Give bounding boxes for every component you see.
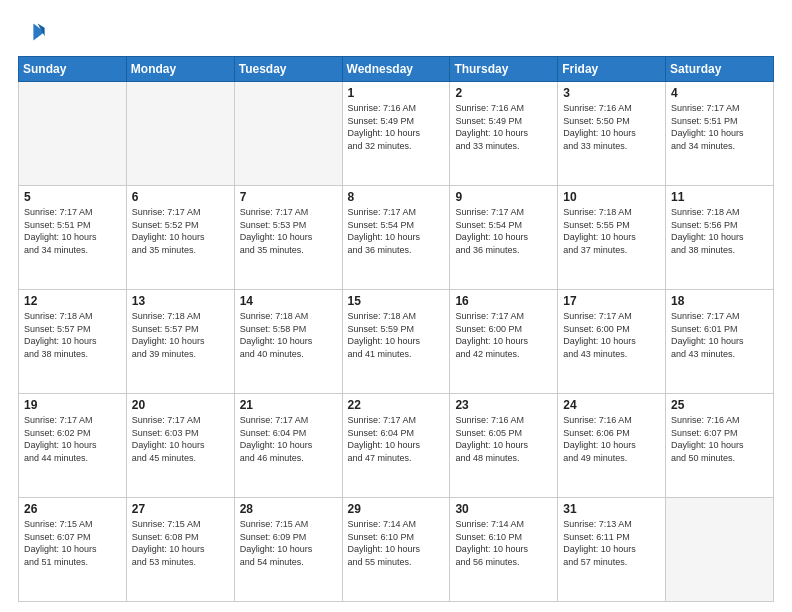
col-header-friday: Friday: [558, 57, 666, 82]
calendar-cell: 3Sunrise: 7:16 AMSunset: 5:50 PMDaylight…: [558, 82, 666, 186]
day-number: 22: [348, 398, 445, 412]
logo: [18, 18, 50, 46]
calendar-cell: 25Sunrise: 7:16 AMSunset: 6:07 PMDayligh…: [666, 394, 774, 498]
calendar-cell: 18Sunrise: 7:17 AMSunset: 6:01 PMDayligh…: [666, 290, 774, 394]
calendar-cell: 26Sunrise: 7:15 AMSunset: 6:07 PMDayligh…: [19, 498, 127, 602]
calendar-cell: 27Sunrise: 7:15 AMSunset: 6:08 PMDayligh…: [126, 498, 234, 602]
calendar-cell: 1Sunrise: 7:16 AMSunset: 5:49 PMDaylight…: [342, 82, 450, 186]
cell-info: Sunrise: 7:14 AMSunset: 6:10 PMDaylight:…: [348, 518, 445, 568]
day-number: 16: [455, 294, 552, 308]
calendar-cell: [126, 82, 234, 186]
cell-info: Sunrise: 7:18 AMSunset: 5:55 PMDaylight:…: [563, 206, 660, 256]
cell-info: Sunrise: 7:16 AMSunset: 6:07 PMDaylight:…: [671, 414, 768, 464]
header: [18, 18, 774, 46]
day-number: 24: [563, 398, 660, 412]
week-row-2: 5Sunrise: 7:17 AMSunset: 5:51 PMDaylight…: [19, 186, 774, 290]
cell-info: Sunrise: 7:17 AMSunset: 5:51 PMDaylight:…: [24, 206, 121, 256]
cell-info: Sunrise: 7:17 AMSunset: 5:54 PMDaylight:…: [348, 206, 445, 256]
day-number: 23: [455, 398, 552, 412]
cell-info: Sunrise: 7:18 AMSunset: 5:58 PMDaylight:…: [240, 310, 337, 360]
cell-info: Sunrise: 7:15 AMSunset: 6:08 PMDaylight:…: [132, 518, 229, 568]
day-number: 15: [348, 294, 445, 308]
calendar-cell: 23Sunrise: 7:16 AMSunset: 6:05 PMDayligh…: [450, 394, 558, 498]
calendar-cell: 11Sunrise: 7:18 AMSunset: 5:56 PMDayligh…: [666, 186, 774, 290]
day-number: 21: [240, 398, 337, 412]
calendar-cell: 24Sunrise: 7:16 AMSunset: 6:06 PMDayligh…: [558, 394, 666, 498]
calendar-cell: 4Sunrise: 7:17 AMSunset: 5:51 PMDaylight…: [666, 82, 774, 186]
week-row-3: 12Sunrise: 7:18 AMSunset: 5:57 PMDayligh…: [19, 290, 774, 394]
day-number: 3: [563, 86, 660, 100]
col-header-thursday: Thursday: [450, 57, 558, 82]
day-number: 11: [671, 190, 768, 204]
calendar-cell: 14Sunrise: 7:18 AMSunset: 5:58 PMDayligh…: [234, 290, 342, 394]
cell-info: Sunrise: 7:16 AMSunset: 5:50 PMDaylight:…: [563, 102, 660, 152]
calendar-cell: 2Sunrise: 7:16 AMSunset: 5:49 PMDaylight…: [450, 82, 558, 186]
cell-info: Sunrise: 7:17 AMSunset: 5:54 PMDaylight:…: [455, 206, 552, 256]
cell-info: Sunrise: 7:17 AMSunset: 6:04 PMDaylight:…: [348, 414, 445, 464]
cell-info: Sunrise: 7:16 AMSunset: 6:06 PMDaylight:…: [563, 414, 660, 464]
day-number: 6: [132, 190, 229, 204]
calendar-cell: 13Sunrise: 7:18 AMSunset: 5:57 PMDayligh…: [126, 290, 234, 394]
cell-info: Sunrise: 7:16 AMSunset: 6:05 PMDaylight:…: [455, 414, 552, 464]
cell-info: Sunrise: 7:18 AMSunset: 5:57 PMDaylight:…: [132, 310, 229, 360]
cell-info: Sunrise: 7:17 AMSunset: 5:51 PMDaylight:…: [671, 102, 768, 152]
day-number: 5: [24, 190, 121, 204]
day-number: 19: [24, 398, 121, 412]
cell-info: Sunrise: 7:17 AMSunset: 6:00 PMDaylight:…: [455, 310, 552, 360]
calendar-cell: 20Sunrise: 7:17 AMSunset: 6:03 PMDayligh…: [126, 394, 234, 498]
calendar-cell: 22Sunrise: 7:17 AMSunset: 6:04 PMDayligh…: [342, 394, 450, 498]
day-number: 10: [563, 190, 660, 204]
day-number: 26: [24, 502, 121, 516]
calendar-cell: 8Sunrise: 7:17 AMSunset: 5:54 PMDaylight…: [342, 186, 450, 290]
calendar-table: SundayMondayTuesdayWednesdayThursdayFrid…: [18, 56, 774, 602]
calendar-cell: 28Sunrise: 7:15 AMSunset: 6:09 PMDayligh…: [234, 498, 342, 602]
day-number: 2: [455, 86, 552, 100]
week-row-5: 26Sunrise: 7:15 AMSunset: 6:07 PMDayligh…: [19, 498, 774, 602]
day-number: 25: [671, 398, 768, 412]
cell-info: Sunrise: 7:17 AMSunset: 6:01 PMDaylight:…: [671, 310, 768, 360]
calendar-cell: [19, 82, 127, 186]
calendar-cell: [666, 498, 774, 602]
cell-info: Sunrise: 7:14 AMSunset: 6:10 PMDaylight:…: [455, 518, 552, 568]
cell-info: Sunrise: 7:16 AMSunset: 5:49 PMDaylight:…: [348, 102, 445, 152]
day-number: 13: [132, 294, 229, 308]
day-number: 1: [348, 86, 445, 100]
cell-info: Sunrise: 7:18 AMSunset: 5:56 PMDaylight:…: [671, 206, 768, 256]
day-number: 28: [240, 502, 337, 516]
day-number: 14: [240, 294, 337, 308]
calendar-header-row: SundayMondayTuesdayWednesdayThursdayFrid…: [19, 57, 774, 82]
cell-info: Sunrise: 7:18 AMSunset: 5:59 PMDaylight:…: [348, 310, 445, 360]
day-number: 12: [24, 294, 121, 308]
logo-icon: [18, 18, 46, 46]
cell-info: Sunrise: 7:17 AMSunset: 5:53 PMDaylight:…: [240, 206, 337, 256]
cell-info: Sunrise: 7:15 AMSunset: 6:07 PMDaylight:…: [24, 518, 121, 568]
calendar-cell: 7Sunrise: 7:17 AMSunset: 5:53 PMDaylight…: [234, 186, 342, 290]
calendar-cell: 16Sunrise: 7:17 AMSunset: 6:00 PMDayligh…: [450, 290, 558, 394]
calendar-cell: 30Sunrise: 7:14 AMSunset: 6:10 PMDayligh…: [450, 498, 558, 602]
calendar-cell: 17Sunrise: 7:17 AMSunset: 6:00 PMDayligh…: [558, 290, 666, 394]
day-number: 30: [455, 502, 552, 516]
calendar-cell: 10Sunrise: 7:18 AMSunset: 5:55 PMDayligh…: [558, 186, 666, 290]
cell-info: Sunrise: 7:17 AMSunset: 6:00 PMDaylight:…: [563, 310, 660, 360]
col-header-monday: Monday: [126, 57, 234, 82]
col-header-sunday: Sunday: [19, 57, 127, 82]
cell-info: Sunrise: 7:17 AMSunset: 5:52 PMDaylight:…: [132, 206, 229, 256]
week-row-4: 19Sunrise: 7:17 AMSunset: 6:02 PMDayligh…: [19, 394, 774, 498]
cell-info: Sunrise: 7:13 AMSunset: 6:11 PMDaylight:…: [563, 518, 660, 568]
calendar-cell: 5Sunrise: 7:17 AMSunset: 5:51 PMDaylight…: [19, 186, 127, 290]
calendar-cell: 21Sunrise: 7:17 AMSunset: 6:04 PMDayligh…: [234, 394, 342, 498]
week-row-1: 1Sunrise: 7:16 AMSunset: 5:49 PMDaylight…: [19, 82, 774, 186]
col-header-wednesday: Wednesday: [342, 57, 450, 82]
day-number: 4: [671, 86, 768, 100]
day-number: 17: [563, 294, 660, 308]
calendar-cell: 6Sunrise: 7:17 AMSunset: 5:52 PMDaylight…: [126, 186, 234, 290]
cell-info: Sunrise: 7:18 AMSunset: 5:57 PMDaylight:…: [24, 310, 121, 360]
calendar-cell: 9Sunrise: 7:17 AMSunset: 5:54 PMDaylight…: [450, 186, 558, 290]
col-header-saturday: Saturday: [666, 57, 774, 82]
col-header-tuesday: Tuesday: [234, 57, 342, 82]
calendar-cell: 19Sunrise: 7:17 AMSunset: 6:02 PMDayligh…: [19, 394, 127, 498]
cell-info: Sunrise: 7:15 AMSunset: 6:09 PMDaylight:…: [240, 518, 337, 568]
day-number: 18: [671, 294, 768, 308]
day-number: 8: [348, 190, 445, 204]
cell-info: Sunrise: 7:17 AMSunset: 6:03 PMDaylight:…: [132, 414, 229, 464]
